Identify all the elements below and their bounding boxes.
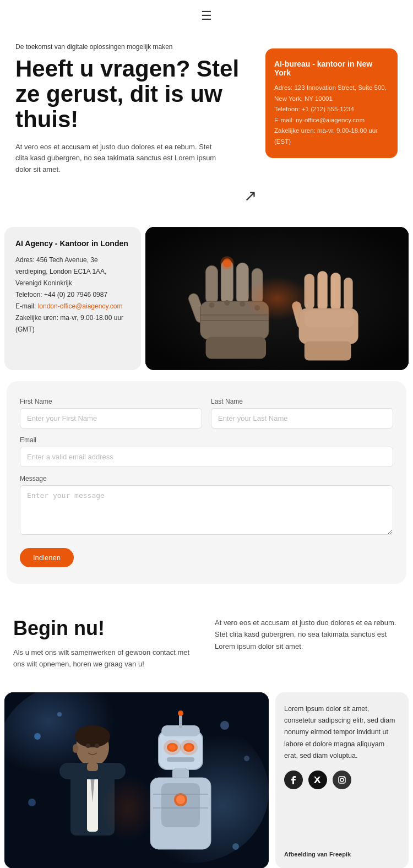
message-label: Message <box>20 475 393 482</box>
svg-point-66 <box>344 777 345 778</box>
form-name-row: First Name Last Name <box>20 398 393 428</box>
svg-point-43 <box>95 744 99 748</box>
svg-rect-24 <box>305 341 351 361</box>
last-name-label: Last Name <box>211 398 393 405</box>
svg-point-50 <box>164 740 181 755</box>
cta-section: Begin nu! Als u met ons wilt samenwerken… <box>0 595 413 692</box>
london-office-email-label: E-mail: <box>15 302 38 310</box>
svg-rect-20 <box>344 278 352 311</box>
hero-office-card: AI-bureau - kantoor in New York Adres: 1… <box>265 48 398 158</box>
bottom-card-text: Lorem ipsum dolor sit amet, consetetur s… <box>284 703 400 762</box>
svg-point-55 <box>178 710 183 716</box>
bottom-image <box>4 692 269 868</box>
cta-subtitle: Als u met ons wilt samenwerken of gewoon… <box>13 647 198 670</box>
office-image <box>145 227 409 370</box>
cta-left: Begin nu! Als u met ons wilt samenwerken… <box>13 617 198 670</box>
hero-description: At vero eos et accusam et justo duo dolo… <box>15 142 225 176</box>
instagram-icon[interactable] <box>333 771 351 789</box>
svg-point-9 <box>224 300 230 306</box>
hero-arrow: ↗ <box>15 187 257 205</box>
svg-point-36 <box>75 725 110 747</box>
freepik-link: Freepik <box>329 851 351 858</box>
first-name-input[interactable] <box>20 408 202 428</box>
freepik-credit: Afbeelding van Freepik <box>284 851 400 858</box>
svg-rect-18 <box>318 271 328 311</box>
london-office-title: AI Agency - Kantoor in Londen <box>15 239 130 248</box>
svg-point-29 <box>34 733 41 740</box>
svg-rect-19 <box>331 273 341 311</box>
cta-right: At vero eos et accusam et justo duo dolo… <box>215 617 400 652</box>
svg-point-60 <box>176 795 185 804</box>
hero-card-email: E-mail: ny-office@aiagency.com <box>274 115 389 126</box>
london-office-hours: Zakelijke uren: ma-vr, 9.00-18.00 uur (G… <box>15 312 130 335</box>
bottom-info-card: Lorem ipsum dolor sit amet, consetetur s… <box>275 692 409 868</box>
london-office-phone: Telefoon: +44 (0) 20 7946 0987 <box>15 289 130 301</box>
message-textarea[interactable] <box>20 485 393 535</box>
svg-point-65 <box>340 778 344 782</box>
hero-card-phone: Telefoon: +1 (212) 555-1234 <box>274 104 389 115</box>
hero-card-address: Adres: 123 Innovation Street, Suite 500,… <box>274 83 389 147</box>
hero-title: Heeft u vragen? Stel ze gerust, dit is u… <box>15 56 257 133</box>
social-icons-row <box>284 771 400 789</box>
hero-card-address-text: Adres: 123 Innovation Street, Suite 500,… <box>274 83 389 104</box>
svg-point-44 <box>73 744 78 753</box>
svg-rect-54 <box>179 714 182 728</box>
svg-point-30 <box>57 712 62 717</box>
offices-section: AI Agency - Kantoor in Londen Adres: 456… <box>0 227 413 370</box>
form-email-row: Email <box>20 436 393 467</box>
first-name-group: First Name <box>20 398 202 428</box>
first-name-label: First Name <box>20 398 202 405</box>
svg-rect-2 <box>206 265 218 304</box>
svg-rect-14 <box>206 337 267 359</box>
svg-point-42 <box>86 744 90 748</box>
svg-point-63 <box>84 747 172 858</box>
last-name-group: Last Name <box>211 398 393 428</box>
cta-description: At vero eos et accusam et justo duo dolo… <box>215 617 400 652</box>
svg-point-32 <box>244 756 249 761</box>
hero-left: De toekomst van digitale oplossingen mog… <box>15 43 257 205</box>
email-label: Email <box>20 436 393 444</box>
navbar: ☰ <box>0 0 413 32</box>
london-office-info: Adres: 456 Tech Avenue, 3e verdieping, L… <box>15 254 130 335</box>
hero-card-title: AI-bureau - kantoor in New York <box>274 59 389 77</box>
bottom-section: Lorem ipsum dolor sit amet, consetetur s… <box>0 692 413 868</box>
hero-card-hours: Zakelijke uren: ma-vr, 9.00-18.00 uur (E… <box>274 126 389 147</box>
svg-point-51 <box>180 740 198 755</box>
email-group: Email <box>20 436 393 467</box>
contact-form-section: First Name Last Name Email Message Indie… <box>7 381 406 584</box>
london-office-address: Adres: 456 Tech Avenue, 3e verdieping, L… <box>15 254 130 289</box>
form-message-row: Message <box>20 475 393 535</box>
london-office-card: AI Agency - Kantoor in Londen Adres: 456… <box>4 227 141 370</box>
svg-point-31 <box>220 721 229 730</box>
twitter-icon[interactable] <box>308 771 327 789</box>
hero-section: De toekomst van digitale oplossingen mog… <box>0 32 413 221</box>
freepik-label: Afbeelding van <box>284 851 329 858</box>
robot-hand-illustration <box>145 227 409 370</box>
svg-point-34 <box>232 843 239 850</box>
svg-point-33 <box>28 799 36 806</box>
cta-title: Begin nu! <box>13 617 198 640</box>
last-name-input[interactable] <box>211 408 393 428</box>
svg-point-13 <box>220 256 233 269</box>
london-office-email-row: E-mail: london-office@aiagency.com <box>15 301 130 312</box>
bottom-image-inner <box>4 692 269 868</box>
svg-point-8 <box>209 302 215 308</box>
hero-tagline: De toekomst van digitale oplossingen mog… <box>15 43 257 51</box>
man-robot-illustration <box>4 692 269 868</box>
london-office-email-link[interactable]: london-office@aiagency.com <box>38 302 123 310</box>
menu-icon[interactable]: ☰ <box>201 9 212 23</box>
facebook-icon[interactable] <box>284 771 303 789</box>
arrow-icon[interactable]: ↗ <box>244 187 257 205</box>
submit-button[interactable]: Indienen <box>20 548 74 567</box>
message-group: Message <box>20 475 393 535</box>
svg-rect-52 <box>167 757 194 762</box>
svg-rect-23 <box>305 311 354 327</box>
svg-point-25 <box>244 276 310 321</box>
office-image-inner <box>145 227 409 370</box>
email-input[interactable] <box>20 447 393 467</box>
svg-point-10 <box>240 301 245 307</box>
